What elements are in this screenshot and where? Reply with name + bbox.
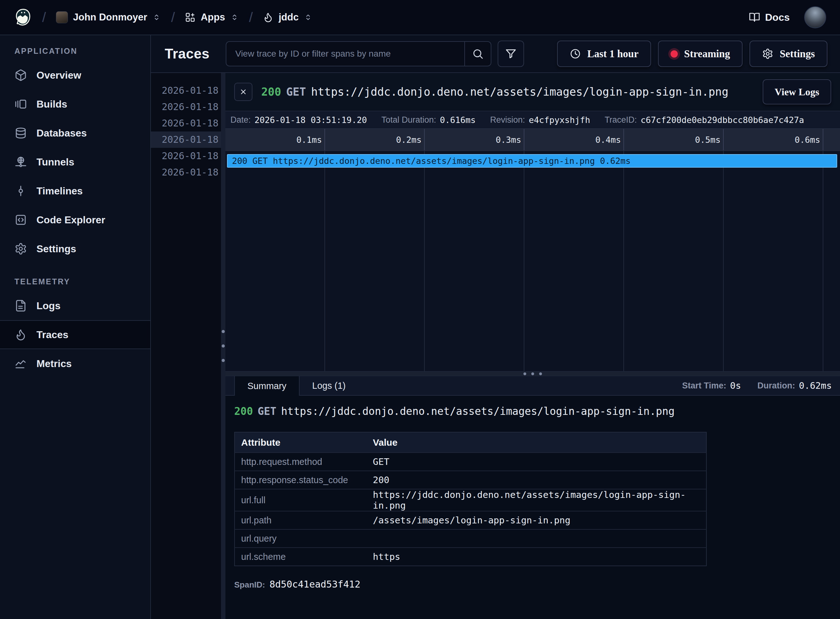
header-buttons: Last 1 hour Streaming Settings: [557, 40, 827, 67]
sidebar-item-builds[interactable]: Builds: [0, 90, 150, 118]
settings-label: Settings: [780, 48, 815, 60]
breadcrumb-app[interactable]: jddc: [263, 12, 312, 23]
trace-date-item[interactable]: 2026-01-18: [151, 148, 221, 164]
deno-logo-icon[interactable]: [14, 8, 32, 27]
attribute-cell: url.scheme: [234, 547, 367, 566]
topbar: / John Donmoyer / Apps / jddc Docs: [0, 0, 840, 35]
start-time-value: 0s: [730, 380, 741, 391]
search-input[interactable]: [226, 42, 464, 66]
flame-icon: [15, 328, 27, 341]
sidebar-item-overview[interactable]: Overview: [0, 61, 150, 90]
handle-dot: [531, 372, 534, 375]
sidebar-item-logs[interactable]: Logs: [0, 291, 150, 320]
duration: Duration: 0.62ms: [757, 380, 832, 391]
handle-dot: [222, 359, 225, 362]
span-url: https://jddc.donjo.deno.net/assets/image…: [281, 405, 674, 417]
filter-button[interactable]: [498, 40, 524, 67]
chevrons-up-down-icon[interactable]: [304, 13, 312, 22]
sidebar-item-label: Settings: [36, 243, 76, 255]
detail-tabbar: SummaryLogs (1) Start Time: 0s Duration:…: [225, 376, 840, 396]
meta-item: Revision:e4cfpyxshjfh: [490, 115, 590, 125]
gear-icon: [762, 48, 773, 60]
flame-icon: [263, 12, 273, 22]
breadcrumb-separator: /: [40, 9, 48, 25]
sidebar-item-timelines[interactable]: Timelines: [0, 176, 150, 205]
sidebar-section-label: TELEMETRY: [15, 277, 150, 286]
summary-heading: 200 GET https://jddc.donjo.deno.net/asse…: [234, 405, 831, 417]
sidebar-item-metrics[interactable]: Metrics: [0, 349, 150, 378]
meta-item: Date:2026-01-18 03:51:19.20: [230, 115, 367, 125]
sidebar-item-label: Overview: [36, 70, 81, 81]
handle-dot: [524, 372, 526, 375]
sidebar-item-traces[interactable]: Traces: [0, 320, 150, 349]
span-id: SpanID: 8d50c41ead53f412: [234, 579, 831, 590]
trace-title: 200 GET https://jddc.donjo.deno.net/asse…: [261, 85, 754, 98]
docs-link[interactable]: Docs: [749, 12, 790, 23]
gear-icon: [15, 242, 27, 255]
timeline-chart: 200 GET https://jddc.donjo.deno.net/asse…: [225, 151, 840, 371]
view-logs-button[interactable]: View Logs: [762, 79, 831, 105]
trace-date-item[interactable]: 2026-01-18: [151, 132, 221, 148]
sidebar-section-label: APPLICATION: [15, 46, 150, 56]
apps-grid-icon: [185, 12, 195, 22]
trace-date-item[interactable]: 2026-01-18: [151, 164, 221, 181]
book-icon: [749, 12, 760, 23]
table-row: url.schemehttps: [234, 547, 706, 566]
trace-date-item[interactable]: 2026-01-18: [151, 115, 221, 132]
ruler-tick: 0.3ms: [425, 129, 524, 150]
search-button[interactable]: [464, 42, 491, 66]
timeline-ruler: 0.1ms0.2ms0.3ms0.4ms0.5ms0.6ms: [225, 129, 840, 151]
gridline: [823, 151, 824, 371]
page-header: Traces Last 1 hour Streaming: [151, 35, 840, 73]
column-header: Value: [367, 432, 706, 453]
value-cell: /assets/images/login-app-sign-in.png: [367, 511, 706, 529]
table-row: url.query: [234, 529, 706, 547]
search-icon: [472, 48, 484, 60]
horizontal-resize-handle[interactable]: [225, 371, 840, 376]
gridline: [524, 151, 524, 371]
value-cell: https://jddc.donjo.deno.net/assets/image…: [367, 489, 706, 511]
breadcrumb-user[interactable]: John Donmoyer: [56, 11, 161, 23]
table-header-row: AttributeValue: [234, 432, 706, 453]
tab-logs-1-[interactable]: Logs (1): [300, 376, 358, 395]
status-code: 200: [261, 85, 281, 98]
meta-item: Total Duration:0.616ms: [381, 115, 476, 125]
start-time-label: Start Time:: [682, 381, 727, 391]
sidebar-item-label: Metrics: [36, 358, 72, 369]
meta-value: c67cf200de0eb29dbbcc80b6ae7c427a: [641, 115, 804, 125]
sidebar-item-code-explorer[interactable]: Code Explorer: [0, 205, 150, 234]
ruler-tick: 0.4ms: [524, 129, 624, 150]
trace-date-item[interactable]: 2026-01-18: [151, 82, 221, 99]
docs-label: Docs: [765, 12, 790, 23]
gridline: [624, 151, 624, 371]
span-timing-info: Start Time: 0s Duration: 0.62ms: [682, 376, 840, 395]
sidebar-item-databases[interactable]: Databases: [0, 118, 150, 148]
vertical-resize-handle[interactable]: [221, 73, 225, 619]
attribute-cell: http.response.status_code: [234, 471, 367, 489]
handle-dot: [222, 330, 225, 333]
meta-value: e4cfpyxshjfh: [529, 115, 590, 125]
column-header: Attribute: [234, 432, 367, 453]
funnel-icon: [505, 48, 517, 60]
trace-meta-row: Date:2026-01-18 03:51:19.20Total Duratio…: [225, 111, 840, 129]
avatar[interactable]: [804, 6, 826, 28]
sidebar-item-settings[interactable]: Settings: [0, 234, 150, 263]
value-cell: [367, 529, 706, 547]
sidebar-item-label: Traces: [36, 329, 68, 341]
chevrons-up-down-icon[interactable]: [152, 13, 161, 22]
close-icon: [239, 87, 248, 97]
summary-panel: 200 GET https://jddc.donjo.deno.net/asse…: [225, 396, 840, 619]
settings-button[interactable]: Settings: [749, 40, 827, 67]
meta-value: 0.616ms: [440, 115, 476, 125]
code-square-icon: [15, 214, 27, 226]
trace-date-item[interactable]: 2026-01-18: [151, 99, 221, 115]
time-range-button[interactable]: Last 1 hour: [557, 40, 651, 67]
trace-url: https://jddc.donjo.deno.net/assets/image…: [311, 85, 728, 98]
tab-summary[interactable]: Summary: [234, 376, 300, 396]
streaming-button[interactable]: Streaming: [658, 40, 743, 67]
span-bar[interactable]: 200 GET https://jddc.donjo.deno.net/asse…: [227, 154, 837, 167]
close-button[interactable]: [234, 83, 252, 101]
sidebar-item-tunnels[interactable]: Tunnels: [0, 148, 150, 176]
breadcrumb-apps[interactable]: Apps: [185, 12, 239, 23]
chevrons-up-down-icon[interactable]: [230, 13, 239, 22]
